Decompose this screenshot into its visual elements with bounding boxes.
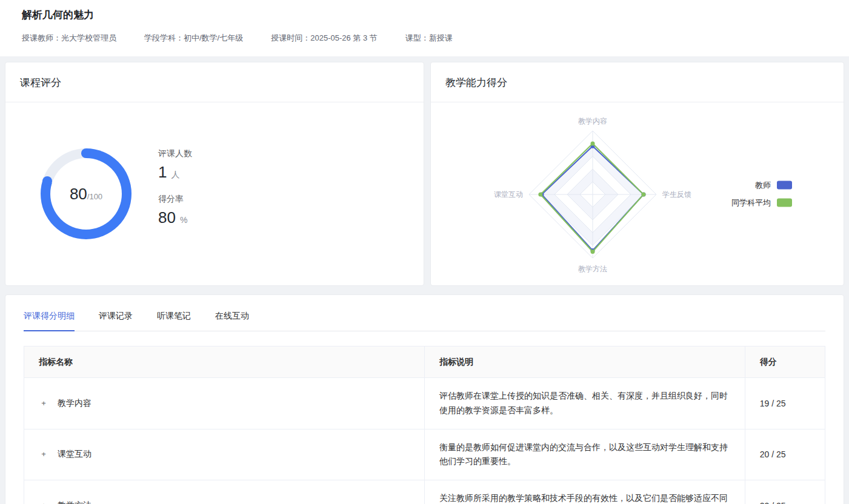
meta-subject: 学段学科：初中/数学/七年级: [144, 33, 243, 44]
score-card-body: 80 /100 评课人数 1 人 得分率 80 %: [5, 102, 424, 285]
meta-teacher: 授课教师：光大学校管理员: [22, 33, 116, 44]
tab-listening-notes[interactable]: 听课笔记: [157, 311, 191, 331]
course-meta: 授课教师：光大学校管理员 学段学科：初中/数学/七年级 授课时间：2025-05…: [22, 33, 827, 44]
indicator-name: 教学方法: [58, 500, 92, 504]
radar-chart: 教学内容学生反馈教学方法课堂互动: [462, 104, 723, 284]
stat-value-rate: 80 %: [158, 208, 192, 227]
table-row: + 教学内容 评估教师在课堂上传授的知识是否准确、相关、有深度，并且组织良好，同…: [24, 378, 825, 429]
donut-chart: 80 /100: [41, 148, 132, 239]
table-row: + 课堂互动 衡量的是教师如何促进课堂内的交流与合作，以及这些互动对学生理解和支…: [24, 429, 825, 480]
score-card-title: 课程评分: [5, 62, 424, 102]
legend-item-teacher[interactable]: 教师: [755, 180, 792, 191]
detail-tabs: 评课得分明细 评课记录 听课笔记 在线互动: [24, 311, 825, 331]
radar-card-body: 教学内容学生反馈教学方法课堂互动 教师 同学科平均: [431, 102, 844, 285]
indicator-name: 教学内容: [58, 398, 92, 408]
teaching-ability-card: 教学能力得分 教学内容学生反馈教学方法课堂互动 教师 同学科平均: [430, 62, 844, 286]
legend-swatch-teacher-icon: [777, 181, 792, 190]
donut-center: 80 /100: [50, 158, 122, 230]
stat-label-rate: 得分率: [158, 194, 192, 205]
svg-text:课堂互动: 课堂互动: [494, 190, 523, 199]
column-header-description: 指标说明: [425, 346, 745, 378]
detail-section: 评课得分明细 评课记录 听课笔记 在线互动 指标名称 指标说明 得分 + 教学内…: [5, 294, 844, 504]
tab-score-detail[interactable]: 评课得分明细: [24, 311, 75, 331]
svg-text:教学内容: 教学内容: [578, 117, 607, 125]
legend-label-teacher: 教师: [755, 180, 771, 191]
indicator-score: 19 / 25: [745, 378, 825, 429]
expand-icon[interactable]: +: [40, 449, 47, 459]
radar-card-title: 教学能力得分: [431, 62, 844, 102]
radar-legend: 教师 同学科平均: [731, 180, 792, 208]
column-header-name: 指标名称: [24, 346, 425, 378]
legend-swatch-subject-average-icon: [777, 199, 792, 207]
tab-online-interaction[interactable]: 在线互动: [215, 311, 249, 331]
stat-value-raters: 1 人: [158, 163, 192, 182]
page-title: 解析几何的魅力: [22, 8, 827, 22]
indicator-score: 20 / 25: [745, 429, 825, 480]
tab-review-records[interactable]: 评课记录: [99, 311, 133, 331]
legend-item-subject-average[interactable]: 同学科平均: [731, 197, 792, 208]
donut-score-max: /100: [87, 192, 102, 201]
legend-label-subject-average: 同学科平均: [731, 197, 771, 208]
score-stats: 评课人数 1 人 得分率 80 %: [158, 148, 192, 239]
meta-course-type: 课型：新授课: [405, 33, 453, 44]
summary-cards: 课程评分 80 /100 评课人数 1 人 得分率: [5, 62, 844, 286]
table-row: + 教学方法 关注教师所采用的教学策略和技术手段的有效性，以及它们是否能够适应不…: [24, 480, 825, 504]
indicator-name: 课堂互动: [58, 449, 92, 459]
table-header-row: 指标名称 指标说明 得分: [24, 346, 825, 378]
indicator-description: 关注教师所采用的教学策略和技术手段的有效性，以及它们是否能够适应不同的学习风格和…: [425, 480, 745, 504]
page: 解析几何的魅力 授课教师：光大学校管理员 学段学科：初中/数学/七年级 授课时间…: [0, 0, 849, 504]
indicator-name-cell: + 课堂互动: [24, 429, 425, 480]
svg-text:学生反馈: 学生反馈: [662, 190, 691, 199]
indicator-table: 指标名称 指标说明 得分 + 教学内容 评估教师在课堂上传授的知识是否准确、相关…: [24, 346, 825, 504]
expand-icon[interactable]: +: [40, 399, 47, 408]
meta-time: 授课时间：2025-05-26 第 3 节: [271, 33, 378, 44]
indicator-name-cell: + 教学内容: [24, 378, 425, 429]
indicator-description: 评估教师在课堂上传授的知识是否准确、相关、有深度，并且组织良好，同时使用的教学资…: [425, 378, 745, 429]
donut-score-value: 80: [70, 185, 87, 204]
course-score-card: 课程评分 80 /100 评课人数 1 人 得分率: [5, 62, 424, 286]
indicator-score: 22 / 25: [745, 480, 825, 504]
svg-text:教学方法: 教学方法: [578, 265, 607, 273]
stat-label-raters: 评课人数: [158, 148, 192, 159]
column-header-score: 得分: [745, 346, 825, 378]
indicator-description: 衡量的是教师如何促进课堂内的交流与合作，以及这些互动对学生理解和支持他们学习的重…: [425, 429, 745, 480]
course-header: 解析几何的魅力 授课教师：光大学校管理员 学段学科：初中/数学/七年级 授课时间…: [0, 0, 849, 56]
indicator-name-cell: + 教学方法: [24, 480, 425, 504]
expand-icon[interactable]: +: [40, 501, 47, 504]
